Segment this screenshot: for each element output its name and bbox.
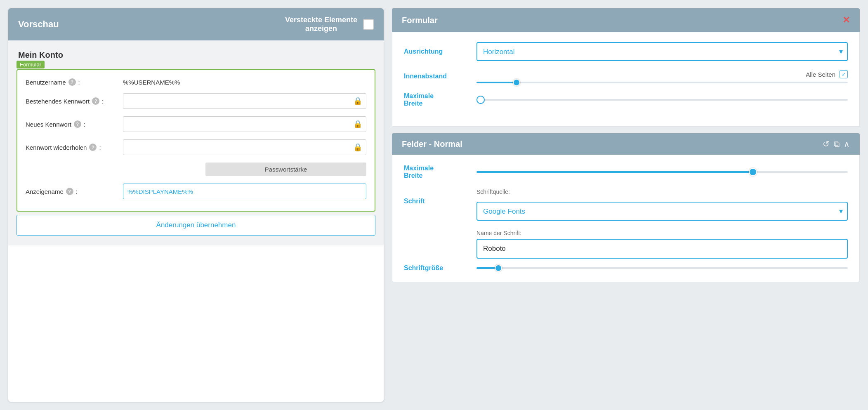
alle-seiten-row: Alle Seiten (476, 70, 848, 78)
schriftgroesse-slider-container (476, 267, 848, 269)
repeat-password-input-wrapper: 🔒 (123, 139, 366, 155)
existing-password-help-icon[interactable]: ? (92, 97, 99, 105)
apply-changes-button[interactable]: Änderungen übernehmen (17, 215, 375, 235)
preview-title: Vorschau (18, 19, 59, 30)
username-value: %%USERNAME%% (123, 79, 180, 86)
new-password-label: Neues Kennwort ? : (26, 120, 116, 128)
schriftquelle-label: Schriftquelle: (476, 189, 848, 195)
maximale-breite-slider-container (476, 99, 848, 101)
maximale-breite-slider-2[interactable] (476, 171, 848, 173)
innenabstand-slider-container (476, 82, 848, 83)
formular-section: Formular ✕ Ausrichtung Horizontal Vertik… (392, 8, 860, 127)
maximale-breite-slider-2-container (476, 171, 848, 173)
hidden-elements-checkbox[interactable] (363, 19, 374, 30)
schriftgroesse-row: Schriftgröße (404, 264, 848, 272)
preview-content: Mein Konto Formular Benutzername ? : %%U… (8, 40, 384, 245)
innenabstand-slider[interactable] (476, 82, 848, 83)
new-password-icon: 🔒 (353, 120, 362, 129)
displayname-label: Anzeigename ? : (26, 188, 116, 195)
left-panel: Vorschau Versteckte Elemente anzeigen Me… (8, 8, 384, 402)
existing-password-icon: 🔒 (353, 97, 362, 106)
felder-normal-header: Felder - Normal ↺ ⧉ ∧ (392, 133, 860, 155)
schrift-row: Schrift Schriftquelle: Google Fonts Syst… (404, 189, 848, 259)
maximale-breite-label: Maximale Breite (404, 92, 470, 107)
apply-btn-container: Änderungen übernehmen (17, 215, 375, 236)
new-password-input-wrapper: 🔒 (123, 116, 366, 132)
schrift-controls: Schriftquelle: Google Fonts System Custo… (476, 189, 848, 259)
new-password-row: Neues Kennwort ? : 🔒 (26, 116, 366, 132)
existing-password-input-wrapper: 🔒 (123, 93, 366, 109)
schriftgroesse-label: Schriftgröße (404, 264, 470, 272)
repeat-password-help-icon[interactable]: ? (89, 144, 97, 151)
formular-header: Formular ✕ (392, 8, 860, 32)
formular-body: Ausrichtung Horizontal Vertikal ▾ Innena… (392, 32, 860, 127)
existing-password-label: Bestehendes Kennwort ? : (26, 97, 116, 105)
maximale-breite-row: Maximale Breite (404, 92, 848, 107)
schriftquelle-select[interactable]: Google Fonts System Custom (476, 202, 848, 221)
innenabstand-label: Innenabstand (404, 70, 470, 80)
displayname-input[interactable] (123, 184, 366, 199)
repeat-password-icon: 🔒 (353, 143, 362, 152)
ausrichtung-select-wrapper: Horizontal Vertikal ▾ (476, 42, 848, 61)
felder-normal-section: Felder - Normal ↺ ⧉ ∧ Maximale Breite Sc… (392, 133, 860, 282)
maximale-breite-label-2: Maximale Breite (404, 165, 470, 179)
ausrichtung-select[interactable]: Horizontal Vertikal (476, 42, 848, 61)
schrift-section: Schrift Schriftquelle: Google Fonts Syst… (404, 189, 848, 259)
formular-badge: Formular (17, 61, 45, 68)
repeat-password-row: Kennwort wiederholen ? : 🔒 (26, 139, 366, 155)
existing-password-row: Bestehendes Kennwort ? : 🔒 (26, 93, 366, 109)
repeat-password-input[interactable] (123, 139, 366, 155)
maximale-breite-slider[interactable] (476, 99, 848, 101)
username-help-icon[interactable]: ? (68, 78, 76, 86)
preview-header: Vorschau Versteckte Elemente anzeigen (8, 8, 384, 40)
alle-seiten-label: Alle Seiten (806, 71, 835, 78)
ausrichtung-label: Ausrichtung (404, 48, 470, 55)
collapse-icon[interactable]: ∧ (844, 139, 850, 149)
form-container: Benutzername ? : %%USERNAME%% Bestehende… (17, 69, 375, 212)
alle-seiten-checkbox[interactable] (840, 70, 848, 78)
innenabstand-row: Innenabstand Alle Seiten (404, 70, 848, 83)
hidden-elements-label: Versteckte Elemente anzeigen (285, 16, 357, 33)
schrift-label: Schrift (404, 189, 470, 205)
new-password-input[interactable] (123, 116, 366, 132)
page-title: Mein Konto (17, 50, 375, 60)
right-panel: Formular ✕ Ausrichtung Horizontal Vertik… (392, 8, 860, 402)
copy-icon[interactable]: ⧉ (834, 139, 840, 149)
felder-normal-actions: ↺ ⧉ ∧ (823, 139, 850, 149)
password-strength-row: Passwortstärke (26, 163, 366, 176)
existing-password-input[interactable] (123, 93, 366, 109)
name-der-schrift-label: Name der Schrift: (476, 230, 848, 236)
felder-normal-body: Maximale Breite Schrift Schriftquelle: G… (392, 155, 860, 282)
username-row: Benutzername ? : %%USERNAME%% (26, 78, 366, 86)
username-label: Benutzername ? : (26, 78, 116, 86)
hidden-elements-section: Versteckte Elemente anzeigen (285, 16, 374, 33)
name-der-schrift-input[interactable] (476, 239, 848, 259)
ausrichtung-row: Ausrichtung Horizontal Vertikal ▾ (404, 42, 848, 61)
schriftgroesse-slider[interactable] (476, 267, 848, 269)
innenabstand-controls: Alle Seiten (476, 70, 848, 83)
schriftquelle-select-wrapper: Google Fonts System Custom ▾ (476, 202, 848, 221)
displayname-help-icon[interactable]: ? (66, 188, 73, 195)
repeat-password-label: Kennwort wiederholen ? : (26, 144, 116, 151)
password-strength-button[interactable]: Passwortstärke (205, 163, 366, 176)
new-password-help-icon[interactable]: ? (74, 120, 81, 128)
maximale-breite-row-2: Maximale Breite (404, 165, 848, 179)
refresh-icon[interactable]: ↺ (823, 139, 830, 149)
felder-normal-title: Felder - Normal (402, 139, 462, 149)
close-button[interactable]: ✕ (842, 15, 850, 26)
formular-title: Formular (402, 16, 438, 25)
displayname-row: Anzeigename ? : (26, 184, 366, 199)
